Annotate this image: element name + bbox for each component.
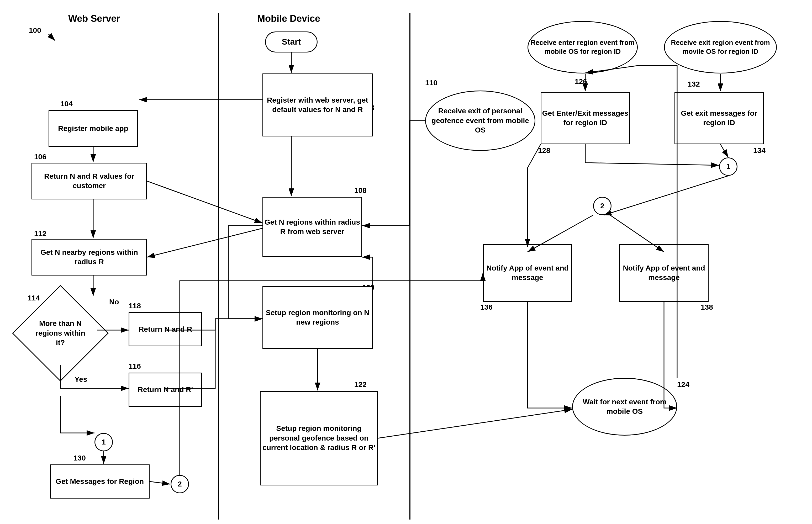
start-node: Start xyxy=(265,32,318,52)
wait-next-event-node: Wait for next event from mobile OS xyxy=(572,378,677,436)
label-112: 112 xyxy=(34,230,46,238)
register-app-node: Register mobile app xyxy=(49,110,138,147)
web-server-label: Web Server xyxy=(68,13,120,24)
get-n-regions-node: Get N regions within radius R from web s… xyxy=(262,197,362,257)
diagram-container: Web Server Mobile Device 100 Start Recei… xyxy=(0,0,812,524)
label-110: 110 xyxy=(425,79,438,87)
register-web-node: Register with web server, get default va… xyxy=(262,73,373,136)
divider-left xyxy=(218,13,219,520)
label-114: 114 xyxy=(28,294,40,302)
return-n-rprime-node: Return N and R' xyxy=(129,373,202,407)
label-126: 126 xyxy=(575,77,587,86)
label-130: 130 xyxy=(74,454,86,462)
setup-monitoring-personal-node: Setup region monitoring personal geofenc… xyxy=(260,391,378,486)
label-106: 106 xyxy=(34,153,46,161)
svg-line-13 xyxy=(150,481,170,484)
label-104: 104 xyxy=(60,100,73,108)
label-136: 136 xyxy=(480,303,492,311)
label-118: 118 xyxy=(129,302,141,310)
mobile-device-label: Mobile Device xyxy=(257,13,320,24)
svg-line-8 xyxy=(378,409,572,438)
circle-1-right: 1 xyxy=(719,158,737,176)
notify-app-1-node: Notify App of event and message xyxy=(483,244,572,302)
get-messages-region-node: Get Messages for Region xyxy=(50,464,150,498)
setup-monitoring-new-node: Setup region monitoring on N new regions xyxy=(262,286,373,349)
circle-2-bottom: 2 xyxy=(170,475,189,493)
return-nr-values-node: Return N and R values for customer xyxy=(32,163,147,199)
get-enter-exit-msg-node: Get Enter/Exit messages for region ID xyxy=(541,92,630,144)
label-134: 134 xyxy=(753,146,766,155)
receive-exit-personal-node: Receive exit of personal geofence event … xyxy=(425,91,535,151)
diamond-more-than-n: More than N regions within it? xyxy=(23,296,97,370)
label-122: 122 xyxy=(354,380,367,389)
yes-label: Yes xyxy=(75,375,87,383)
label-132: 132 xyxy=(687,80,700,88)
label-116: 116 xyxy=(129,362,141,371)
receive-enter-region-node: Receive enter region event from mobile O… xyxy=(527,21,638,73)
divider-right xyxy=(409,13,410,520)
notify-app-2-node: Notify App of event and message xyxy=(619,244,709,302)
svg-line-11 xyxy=(720,144,728,158)
label-108: 108 xyxy=(354,186,367,195)
no-label: No xyxy=(109,298,119,306)
return-n-r-node: Return N and R xyxy=(129,312,202,346)
circle-2-top: 2 xyxy=(593,197,612,215)
label-138: 138 xyxy=(701,303,713,311)
label-100: 100 xyxy=(29,26,41,35)
label-124: 124 xyxy=(677,380,689,389)
circle-1-left: 1 xyxy=(95,433,113,451)
get-exit-msg-node: Get exit messages for region ID xyxy=(675,92,764,144)
receive-exit-region-node: Receive exit region event from movile OS… xyxy=(664,21,777,73)
label-128: 128 xyxy=(538,146,550,155)
get-n-nearby-node: Get N nearby regions within radius R xyxy=(32,239,147,276)
